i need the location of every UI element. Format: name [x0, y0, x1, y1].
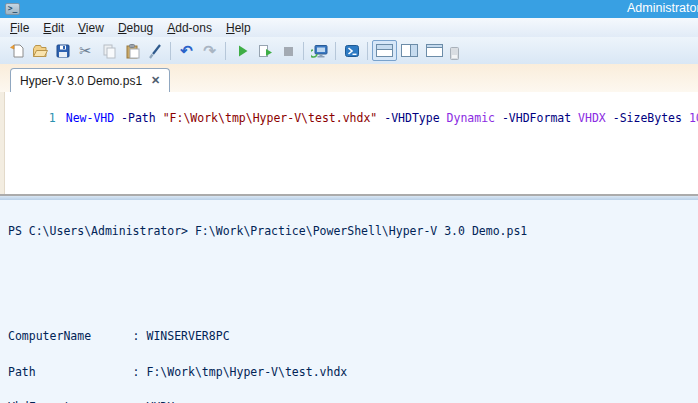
code-token-argument: VHDX: [578, 111, 606, 125]
code-token-argument: 1024MB: [689, 111, 698, 125]
line-number: 1: [28, 111, 56, 125]
window-title: Administrator: Win: [627, 1, 698, 15]
menu-debug[interactable]: Debug: [111, 19, 160, 37]
show-script-pane-right-icon[interactable]: [397, 40, 422, 61]
cut-icon[interactable]: ✂: [74, 39, 97, 62]
title-bar: >_ Administrator: Win: [0, 0, 698, 18]
new-remote-powershell-tab-icon[interactable]: [308, 39, 331, 62]
tab-strip: Hyper-V 3.0 Demo.ps1 ✕: [0, 64, 698, 92]
console-blank-line: [8, 261, 698, 273]
toolbar-separator: [367, 42, 368, 60]
show-script-pane-maximized-icon[interactable]: [422, 40, 447, 61]
menu-help[interactable]: Help: [219, 19, 258, 37]
console-blank-line: [8, 296, 698, 308]
toolbar: ✂ ↶ ↷: [0, 37, 698, 64]
tab-label: Hyper-V 3.0 Demo.ps1: [20, 74, 142, 88]
code-token-cmdlet: New-VHD: [66, 111, 114, 125]
start-powershell-icon[interactable]: [340, 39, 363, 62]
run-script-icon[interactable]: [230, 39, 253, 62]
code-line-1: 1New-VHD -Path "F:\Work\tmp\Hyper-V\test…: [0, 97, 698, 139]
open-script-icon[interactable]: [28, 39, 51, 62]
show-script-pane-top-icon[interactable]: [372, 40, 397, 61]
colon-separator: :: [126, 329, 147, 343]
code-token-parameter: -Path: [114, 111, 162, 125]
toolbar-separator: [303, 42, 304, 60]
colon-separator: :: [126, 365, 147, 379]
toolbar-separator: [225, 42, 226, 60]
toolbar-separator: [170, 42, 171, 60]
new-script-icon[interactable]: [5, 39, 28, 62]
menu-edit[interactable]: Edit: [36, 19, 71, 37]
output-row: ComputerName : WINSERVER8PC: [8, 331, 698, 343]
toolbar-separator: [335, 42, 336, 60]
code-token-parameter: -SizeBytes: [606, 111, 689, 125]
script-pane-mini-icon[interactable]: [450, 47, 460, 65]
output-row: Path : F:\Work\tmp\Hyper-V\test.vhdx: [8, 367, 698, 379]
script-editor-pane[interactable]: 1New-VHD -Path "F:\Work\tmp\Hyper-V\test…: [0, 92, 698, 194]
copy-icon[interactable]: [97, 39, 120, 62]
code-token-parameter: -VHDFormat: [495, 111, 578, 125]
stop-operation-icon[interactable]: [276, 39, 299, 62]
console-prompt-line: PS C:\Users\Administrator> F:\Work\Pract…: [8, 226, 698, 238]
menu-file[interactable]: File: [3, 19, 36, 37]
close-tab-icon[interactable]: ✕: [151, 74, 160, 87]
tab-hyperv-demo[interactable]: Hyper-V 3.0 Demo.ps1 ✕: [10, 68, 170, 92]
menu-view[interactable]: View: [71, 19, 111, 37]
code-token-parameter: -VHDType: [377, 111, 446, 125]
code-token-string: "F:\Work\tmp\Hyper-V\test.vhdx": [163, 111, 378, 125]
menu-addons[interactable]: Add-ons: [160, 19, 219, 37]
clear-console-pane-icon[interactable]: [143, 39, 166, 62]
console-pane[interactable]: PS C:\Users\Administrator> F:\Work\Pract…: [0, 200, 698, 403]
code-token-argument: Dynamic: [447, 111, 495, 125]
menu-bar: File Edit View Debug Add-ons Help: [0, 18, 698, 37]
save-icon[interactable]: [51, 39, 74, 62]
undo-icon[interactable]: ↶: [175, 39, 198, 62]
run-selection-icon[interactable]: [253, 39, 276, 62]
redo-icon[interactable]: ↷: [198, 39, 221, 62]
powershell-window-icon: >_: [5, 3, 20, 15]
paste-icon[interactable]: [120, 39, 143, 62]
